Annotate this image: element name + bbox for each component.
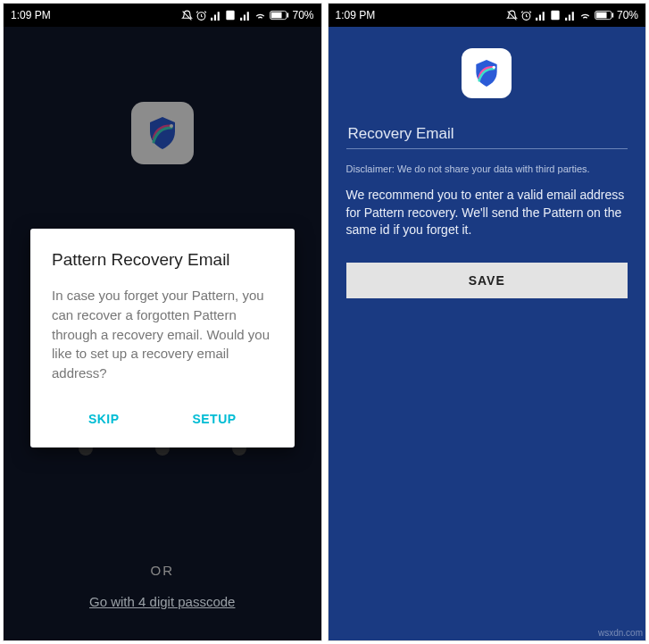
svg-rect-3 (271, 13, 282, 19)
or-divider: OR (4, 563, 321, 578)
signal-icon (210, 10, 221, 21)
signal2-icon (564, 10, 576, 21)
recovery-email-input[interactable] (346, 120, 628, 149)
svg-rect-4 (287, 13, 289, 17)
dialog-actions: SKIP SETUP (52, 406, 273, 437)
wifi-icon (254, 9, 267, 22)
sim-icon (549, 9, 562, 21)
screenshot-right: 1:09 PM 70% Disclaimer: We do not share … (328, 3, 647, 641)
status-bar: 1:09 PM 70% (329, 4, 646, 27)
signal2-icon (239, 10, 251, 21)
save-button[interactable]: SAVE (346, 263, 628, 298)
battery-icon (270, 10, 289, 21)
battery-icon (595, 10, 614, 21)
recommend-text: We recommend you to enter a valid email … (346, 187, 628, 239)
status-icons: 70% (506, 9, 638, 22)
alarm-icon (520, 10, 532, 21)
bottom-options: OR Go with 4 digit passcode (4, 563, 321, 609)
status-bar: 1:09 PM 70% (4, 4, 321, 27)
status-icons: 70% (181, 9, 313, 22)
dialog-title: Pattern Recovery Email (52, 250, 273, 270)
sim-icon (224, 9, 237, 21)
svg-rect-1 (227, 11, 235, 21)
disclaimer-text: Disclaimer: We do not share your data wi… (346, 163, 628, 174)
alarm-icon (196, 10, 207, 21)
signal-icon (535, 10, 546, 21)
dnd-icon (506, 10, 518, 21)
setup-button[interactable]: SETUP (181, 406, 246, 431)
svg-rect-9 (596, 13, 607, 19)
passcode-link[interactable]: Go with 4 digit passcode (89, 594, 235, 609)
status-time: 1:09 PM (11, 9, 51, 21)
skip-button[interactable]: SKIP (78, 406, 130, 431)
recovery-form: Disclaimer: We do not share your data wi… (346, 120, 628, 298)
svg-point-11 (493, 66, 495, 69)
battery-percent: 70% (292, 9, 313, 21)
dnd-icon (181, 10, 193, 21)
svg-rect-10 (612, 13, 613, 17)
app-icon (462, 48, 512, 98)
status-time: 1:09 PM (336, 9, 376, 21)
recovery-dialog: Pattern Recovery Email In case you forge… (30, 229, 295, 447)
battery-percent: 70% (617, 9, 638, 21)
dialog-body: In case you forget your Pattern, you can… (52, 286, 273, 383)
watermark: wsxdn.com (598, 628, 643, 638)
svg-rect-7 (551, 11, 559, 21)
wifi-icon (578, 9, 592, 22)
screenshot-left: 1:09 PM 70% OR Go with 4 digit passcode … (3, 3, 322, 641)
